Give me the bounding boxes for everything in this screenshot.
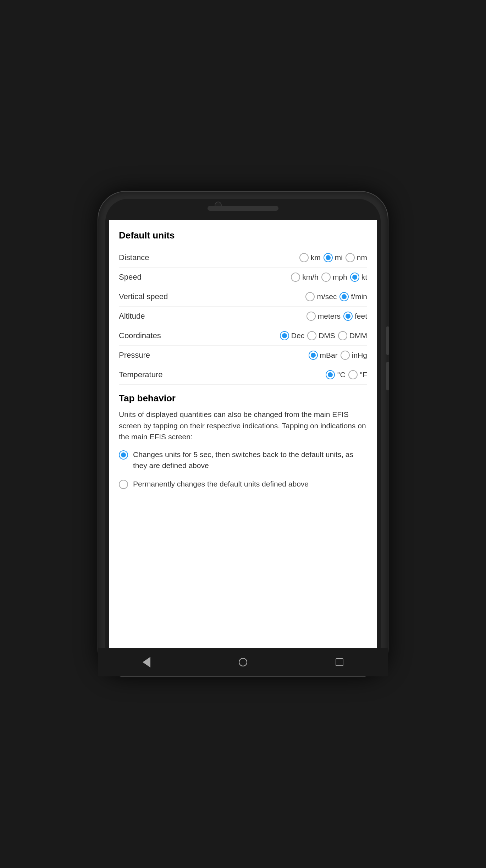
altitude-feet-option[interactable]: feet bbox=[343, 312, 367, 321]
tap-behavior-title: Tap behavior bbox=[119, 393, 367, 404]
distance-km-label: km bbox=[311, 253, 321, 262]
coords-dec-radio[interactable] bbox=[280, 331, 289, 340]
speed-kmh-option[interactable]: km/h bbox=[291, 273, 319, 282]
coords-dmm-radio[interactable] bbox=[338, 331, 347, 340]
volume-up-button[interactable] bbox=[386, 326, 389, 355]
speaker bbox=[208, 206, 278, 211]
distance-nm-option[interactable]: nm bbox=[346, 253, 367, 262]
temperature-radio-group: °C °F bbox=[326, 370, 367, 379]
tap-temporary-text: Changes units for 5 sec, then switches b… bbox=[133, 449, 367, 471]
temp-fahrenheit-label: °F bbox=[360, 370, 367, 379]
pressure-inhg-label: inHg bbox=[352, 351, 367, 359]
tap-temporary-radio-wrapper[interactable] bbox=[119, 450, 128, 460]
recents-icon bbox=[336, 658, 343, 666]
tap-permanent-option[interactable]: Permanently changes the default units de… bbox=[119, 478, 367, 490]
speed-radio-group: km/h mph kt bbox=[291, 273, 367, 282]
distance-mi-radio[interactable] bbox=[324, 253, 333, 262]
coordinates-label: Coordinates bbox=[119, 331, 161, 340]
temp-fahrenheit-option[interactable]: °F bbox=[348, 370, 367, 379]
phone-frame: Default units Distance km mi nm bbox=[98, 191, 388, 677]
screen: Default units Distance km mi nm bbox=[109, 220, 377, 648]
altitude-row: Altitude meters feet bbox=[119, 307, 367, 326]
coords-dms-radio[interactable] bbox=[307, 331, 316, 340]
pressure-inhg-option[interactable]: inHg bbox=[341, 351, 367, 360]
vertical-speed-radio-group: m/sec f/min bbox=[305, 292, 367, 301]
altitude-radio-group: meters feet bbox=[306, 312, 367, 321]
coordinates-row: Coordinates Dec DMS DMM bbox=[119, 326, 367, 346]
distance-row: Distance km mi nm bbox=[119, 248, 367, 268]
coords-dms-option[interactable]: DMS bbox=[307, 331, 335, 340]
back-icon bbox=[143, 657, 150, 668]
speed-kt-label: kt bbox=[361, 273, 367, 281]
pressure-radio-group: mBar inHg bbox=[309, 351, 367, 360]
speed-label: Speed bbox=[119, 273, 142, 282]
vertical-speed-row: Vertical speed m/sec f/min bbox=[119, 287, 367, 307]
altitude-feet-radio[interactable] bbox=[343, 312, 353, 321]
temp-celsius-radio[interactable] bbox=[326, 370, 335, 379]
section-divider bbox=[119, 387, 367, 387]
home-icon bbox=[239, 658, 247, 666]
volume-down-button[interactable] bbox=[386, 362, 389, 390]
distance-nm-label: nm bbox=[357, 253, 367, 262]
speed-row: Speed km/h mph kt bbox=[119, 268, 367, 287]
pressure-mbar-label: mBar bbox=[320, 351, 338, 359]
speed-kt-radio[interactable] bbox=[350, 273, 359, 282]
speed-mph-option[interactable]: mph bbox=[321, 273, 347, 282]
default-units-title: Default units bbox=[119, 230, 367, 241]
vspeed-msec-option[interactable]: m/sec bbox=[305, 292, 337, 301]
tap-permanent-text: Permanently changes the default units de… bbox=[133, 478, 309, 490]
temperature-label: Temperature bbox=[119, 370, 163, 379]
vspeed-fmin-radio[interactable] bbox=[339, 292, 349, 301]
temp-celsius-option[interactable]: °C bbox=[326, 370, 346, 379]
coordinates-radio-group: Dec DMS DMM bbox=[280, 331, 367, 340]
temp-celsius-label: °C bbox=[337, 370, 346, 379]
tap-temporary-radio[interactable] bbox=[119, 450, 128, 460]
pressure-mbar-option[interactable]: mBar bbox=[309, 351, 338, 360]
settings-content: Default units Distance km mi nm bbox=[109, 220, 377, 648]
distance-label: Distance bbox=[119, 253, 149, 262]
pressure-mbar-radio[interactable] bbox=[309, 351, 318, 360]
speed-mph-radio[interactable] bbox=[321, 273, 331, 282]
coords-dms-label: DMS bbox=[319, 331, 335, 340]
tap-permanent-radio-wrapper[interactable] bbox=[119, 480, 128, 489]
coords-dmm-option[interactable]: DMM bbox=[338, 331, 367, 340]
distance-nm-radio[interactable] bbox=[346, 253, 355, 262]
altitude-label: Altitude bbox=[119, 312, 145, 321]
coords-dec-label: Dec bbox=[291, 331, 304, 340]
temperature-row: Temperature °C °F bbox=[119, 365, 367, 385]
distance-mi-option[interactable]: mi bbox=[324, 253, 343, 262]
speed-kmh-radio[interactable] bbox=[291, 273, 300, 282]
distance-mi-label: mi bbox=[335, 253, 343, 262]
vertical-speed-label: Vertical speed bbox=[119, 292, 168, 301]
speed-mph-label: mph bbox=[333, 273, 347, 281]
tap-permanent-radio[interactable] bbox=[119, 480, 128, 489]
altitude-meters-option[interactable]: meters bbox=[306, 312, 341, 321]
distance-km-option[interactable]: km bbox=[299, 253, 321, 262]
altitude-meters-radio[interactable] bbox=[306, 312, 316, 321]
pressure-inhg-radio[interactable] bbox=[341, 351, 350, 360]
speed-kt-option[interactable]: kt bbox=[350, 273, 367, 282]
temp-fahrenheit-radio[interactable] bbox=[348, 370, 358, 379]
tap-behavior-description: Units of displayed quantities can also b… bbox=[119, 409, 367, 443]
distance-radio-group: km mi nm bbox=[299, 253, 367, 262]
coords-dmm-label: DMM bbox=[349, 331, 367, 340]
vspeed-fmin-label: f/min bbox=[351, 292, 367, 301]
distance-km-radio[interactable] bbox=[299, 253, 309, 262]
back-button[interactable] bbox=[138, 653, 155, 671]
pressure-row: Pressure mBar inHg bbox=[119, 346, 367, 365]
tap-temporary-option[interactable]: Changes units for 5 sec, then switches b… bbox=[119, 449, 367, 471]
nav-bar bbox=[98, 648, 388, 676]
home-button[interactable] bbox=[234, 653, 252, 671]
speed-kmh-label: km/h bbox=[302, 273, 319, 281]
pressure-label: Pressure bbox=[119, 351, 150, 360]
recents-button[interactable] bbox=[331, 653, 348, 671]
vspeed-fmin-option[interactable]: f/min bbox=[339, 292, 367, 301]
vspeed-msec-radio[interactable] bbox=[305, 292, 315, 301]
altitude-meters-label: meters bbox=[318, 312, 341, 320]
coords-dec-option[interactable]: Dec bbox=[280, 331, 304, 340]
altitude-feet-label: feet bbox=[355, 312, 367, 320]
vspeed-msec-label: m/sec bbox=[317, 292, 337, 301]
